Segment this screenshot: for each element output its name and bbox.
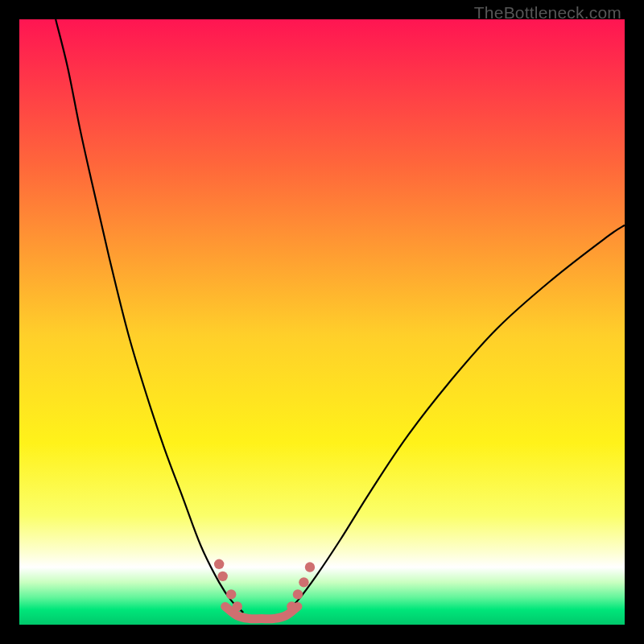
marker-dot — [305, 562, 315, 572]
marker-dot — [299, 577, 308, 587]
marker-dot — [287, 601, 296, 611]
right-curve — [286, 225, 625, 613]
watermark-text: TheBottleneck.com — [474, 3, 621, 23]
window-frame: TheBottleneck.com — [0, 0, 644, 644]
marker-dot — [217, 572, 227, 581]
marker-dot — [233, 601, 242, 611]
marker-dot — [214, 559, 224, 569]
curves-layer — [19, 19, 625, 625]
marker-dot — [293, 589, 303, 599]
plot-area — [19, 19, 625, 625]
left-curve — [56, 19, 243, 613]
marker-dot — [226, 589, 236, 599]
